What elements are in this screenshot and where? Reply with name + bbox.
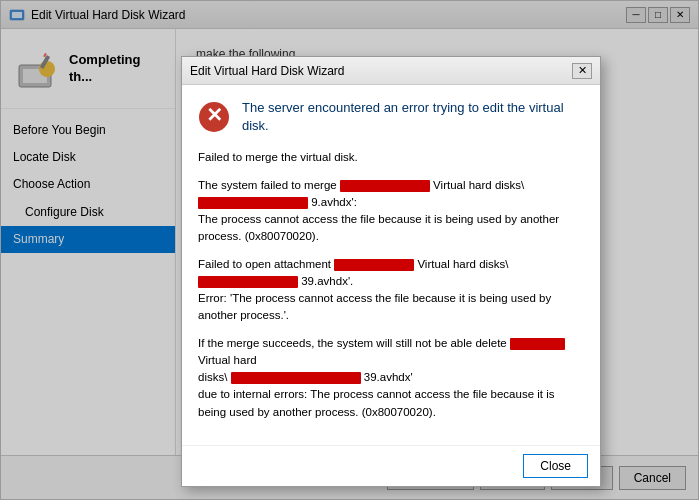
redacted-1a <box>340 180 430 192</box>
modal-title-text: Edit Virtual Hard Disk Wizard <box>190 64 345 78</box>
modal-title-bar: Edit Virtual Hard Disk Wizard ✕ <box>182 57 600 85</box>
error-block-1: The system failed to merge Virtual hard … <box>198 177 584 246</box>
redacted-3a <box>510 338 565 350</box>
modal-close-action-button[interactable]: Close <box>523 454 588 478</box>
redacted-3b <box>231 372 361 384</box>
error-block-2: Failed to open attachment Virtual hard d… <box>198 256 584 325</box>
error-icon: ✕ <box>198 101 230 133</box>
modal-dialog: Edit Virtual Hard Disk Wizard ✕ ✕ The se… <box>181 56 601 487</box>
modal-footer: Close <box>182 445 600 486</box>
error-block-3: If the merge succeeds, the system will s… <box>198 335 584 421</box>
wizard-window: Edit Virtual Hard Disk Wizard ─ □ ✕ Comp… <box>0 0 699 500</box>
modal-close-button[interactable]: ✕ <box>572 63 592 79</box>
modal-error-title: The server encountered an error trying t… <box>242 99 584 135</box>
modal-overlay: Edit Virtual Hard Disk Wizard ✕ ✕ The se… <box>1 1 698 499</box>
modal-body: ✕ The server encountered an error trying… <box>182 85 600 445</box>
redacted-1b <box>198 197 308 209</box>
failed-merge-text: Failed to merge the virtual disk. <box>198 149 584 166</box>
redacted-2b <box>198 276 298 288</box>
modal-header-row: ✕ The server encountered an error trying… <box>198 99 584 135</box>
redacted-2a <box>334 259 414 271</box>
svg-text:✕: ✕ <box>206 104 223 126</box>
